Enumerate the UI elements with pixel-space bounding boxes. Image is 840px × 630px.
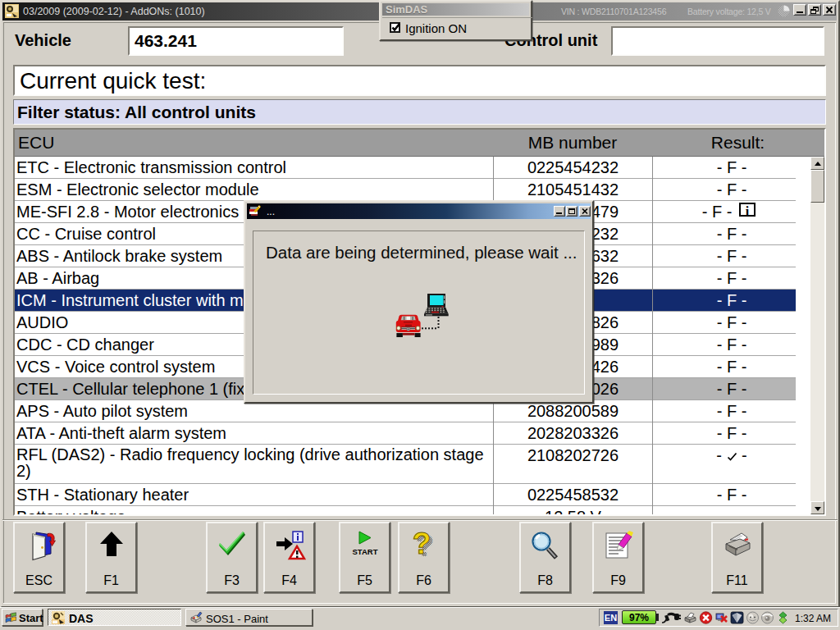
svg-text:START: START xyxy=(352,547,377,556)
svg-text:?: ? xyxy=(412,530,431,560)
